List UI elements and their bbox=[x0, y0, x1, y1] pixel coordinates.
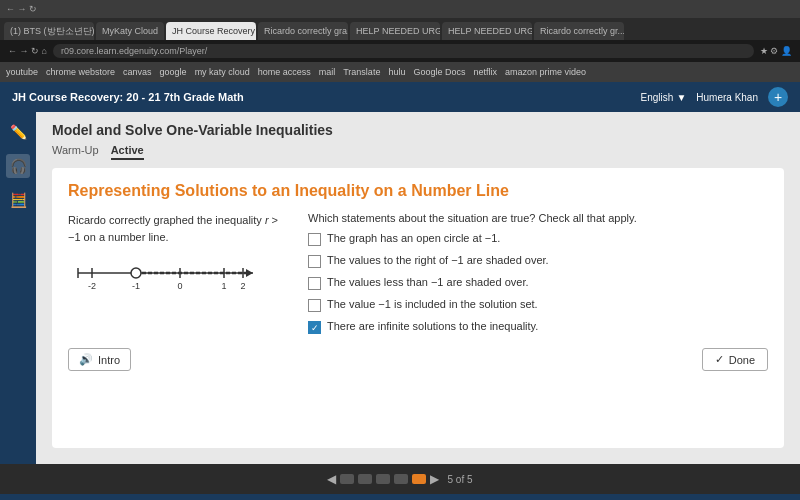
bookmark-chrome[interactable]: chrome webstore bbox=[46, 67, 115, 77]
app-header: JH Course Recovery: 20 - 21 7th Grade Ma… bbox=[0, 82, 800, 112]
speaker-icon: 🔊 bbox=[79, 353, 93, 366]
left-column: Ricardo correctly graphed the inequality… bbox=[68, 212, 288, 334]
nav-dot-2[interactable] bbox=[358, 474, 372, 484]
checkbox-list: The graph has an open circle at −1. The … bbox=[308, 232, 768, 334]
checkbox-item-2[interactable]: The values to the right of −1 are shaded… bbox=[308, 254, 768, 268]
svg-text:-1: -1 bbox=[132, 281, 140, 291]
checkbox-3[interactable] bbox=[308, 277, 321, 290]
lesson-tabs: Warm-Up Active bbox=[52, 142, 784, 160]
question-text: Which statements about the situation are… bbox=[308, 212, 768, 224]
sidebar-headphone-icon[interactable]: 🎧 bbox=[6, 154, 30, 178]
sidebar: ✏️ 🎧 🧮 bbox=[0, 112, 36, 464]
checkbox-5[interactable]: ✓ bbox=[308, 321, 321, 334]
nav-dot-3[interactable] bbox=[376, 474, 390, 484]
card-body: Ricardo correctly graphed the inequality… bbox=[68, 212, 768, 334]
intro-button[interactable]: 🔊 Intro bbox=[68, 348, 131, 371]
language-selector[interactable]: English ▼ bbox=[641, 92, 687, 103]
address-bar-row: ← → ↻ ⌂ r09.core.learn.edgenuity.com/Pla… bbox=[0, 40, 800, 62]
bottom-nav-bar: ◀ ▶ 5 of 5 bbox=[0, 464, 800, 494]
svg-text:-2: -2 bbox=[88, 281, 96, 291]
bookmark-hulu[interactable]: hulu bbox=[388, 67, 405, 77]
bookmark-googledocs[interactable]: Google Docs bbox=[413, 67, 465, 77]
browser-icons: ★ ⚙ 👤 bbox=[760, 46, 792, 56]
nav-dot-4[interactable] bbox=[394, 474, 408, 484]
app-header-right: English ▼ Humera Khan + bbox=[641, 87, 788, 107]
bookmark-homeaccess[interactable]: home access bbox=[258, 67, 311, 77]
nav-arrows: ← → ↻ ⌂ bbox=[8, 46, 47, 56]
card-heading: Representing Solutions to an Inequality … bbox=[68, 182, 768, 200]
check-icon: ✓ bbox=[715, 353, 724, 366]
checkbox-label-1: The graph has an open circle at −1. bbox=[327, 232, 500, 244]
bookmark-amazon[interactable]: amazon prime video bbox=[505, 67, 586, 77]
number-line: -2 -1 0 1 2 bbox=[68, 255, 268, 295]
svg-text:0: 0 bbox=[177, 281, 182, 291]
svg-text:2: 2 bbox=[240, 281, 245, 291]
bookmark-youtube[interactable]: youtube bbox=[6, 67, 38, 77]
bookmark-google[interactable]: google bbox=[160, 67, 187, 77]
address-input[interactable]: r09.core.learn.edgenuity.com/Player/ bbox=[53, 44, 754, 58]
sidebar-pencil-icon[interactable]: ✏️ bbox=[6, 120, 30, 144]
nav-dot-1[interactable] bbox=[340, 474, 354, 484]
language-label: English bbox=[641, 92, 674, 103]
tab-mykaty[interactable]: MyKaty Cloud bbox=[96, 22, 164, 40]
user-name: Humera Khan bbox=[696, 92, 758, 103]
svg-point-14 bbox=[131, 268, 141, 278]
checkbox-4[interactable] bbox=[308, 299, 321, 312]
bookmarks-bar: youtube chrome webstore canvas google my… bbox=[0, 62, 800, 82]
browser-controls: ← → ↻ bbox=[6, 4, 37, 14]
tab-jh[interactable]: JH Course Recovery bbox=[166, 22, 256, 40]
main-layout: ✏️ 🎧 🧮 Model and Solve One-Variable Ineq… bbox=[0, 112, 800, 464]
bookmark-mail[interactable]: mail bbox=[319, 67, 336, 77]
bookmark-netflix[interactable]: netflix bbox=[473, 67, 497, 77]
content-area: Model and Solve One-Variable Inequalitie… bbox=[36, 112, 800, 464]
intro-label: Intro bbox=[98, 354, 120, 366]
problem-text: Ricardo correctly graphed the inequality… bbox=[68, 212, 288, 245]
done-button[interactable]: ✓ Done bbox=[702, 348, 768, 371]
tab-help1[interactable]: HELP NEEDED URGI... bbox=[350, 22, 440, 40]
bookmark-translate[interactable]: Translate bbox=[343, 67, 380, 77]
tab-bts[interactable]: (1) BTS (방탄소년단) bbox=[4, 22, 94, 40]
page-indicator: 5 of 5 bbox=[447, 474, 472, 485]
checkbox-item-4[interactable]: The value −1 is included in the solution… bbox=[308, 298, 768, 312]
right-column: Which statements about the situation are… bbox=[308, 212, 768, 334]
tab-ricardo2[interactable]: Ricardo correctly gr... bbox=[534, 22, 624, 40]
checkbox-label-5: There are infinite solutions to the ineq… bbox=[327, 320, 538, 332]
tab-active[interactable]: Active bbox=[111, 142, 144, 160]
tab-warmup[interactable]: Warm-Up bbox=[52, 142, 99, 160]
browser-tabs: (1) BTS (방탄소년단) MyKaty Cloud JH Course R… bbox=[0, 18, 800, 40]
footer-bar: ◀ Previous Activity bbox=[0, 494, 800, 500]
sidebar-calculator-icon[interactable]: 🧮 bbox=[6, 188, 30, 212]
checkbox-label-2: The values to the right of −1 are shaded… bbox=[327, 254, 549, 266]
checkbox-item-3[interactable]: The values less than −1 are shaded over. bbox=[308, 276, 768, 290]
done-label: Done bbox=[729, 354, 755, 366]
tab-ricardo1[interactable]: Ricardo correctly gra... bbox=[258, 22, 348, 40]
checkbox-item-1[interactable]: The graph has an open circle at −1. bbox=[308, 232, 768, 246]
bookmark-canvas[interactable]: canvas bbox=[123, 67, 152, 77]
nav-next-arrow[interactable]: ▶ bbox=[430, 472, 439, 486]
checkbox-label-4: The value −1 is included in the solution… bbox=[327, 298, 538, 310]
tab-help2[interactable]: HELP NEEDED URG... bbox=[442, 22, 532, 40]
lesson-title: Model and Solve One-Variable Inequalitie… bbox=[52, 122, 784, 138]
activity-card: Representing Solutions to an Inequality … bbox=[52, 168, 784, 448]
svg-text:1: 1 bbox=[221, 281, 226, 291]
checkbox-1[interactable] bbox=[308, 233, 321, 246]
app-title: JH Course Recovery: 20 - 21 7th Grade Ma… bbox=[12, 91, 244, 103]
nav-prev-arrow[interactable]: ◀ bbox=[327, 472, 336, 486]
checkbox-item-5[interactable]: ✓ There are infinite solutions to the in… bbox=[308, 320, 768, 334]
checkbox-2[interactable] bbox=[308, 255, 321, 268]
bookmark-mykaty[interactable]: my katy cloud bbox=[195, 67, 250, 77]
browser-bar: ← → ↻ bbox=[0, 0, 800, 18]
checkbox-label-3: The values less than −1 are shaded over. bbox=[327, 276, 529, 288]
plus-button[interactable]: + bbox=[768, 87, 788, 107]
chevron-down-icon: ▼ bbox=[676, 92, 686, 103]
nav-dot-5[interactable] bbox=[412, 474, 426, 484]
card-footer: 🔊 Intro ✓ Done bbox=[68, 348, 768, 371]
